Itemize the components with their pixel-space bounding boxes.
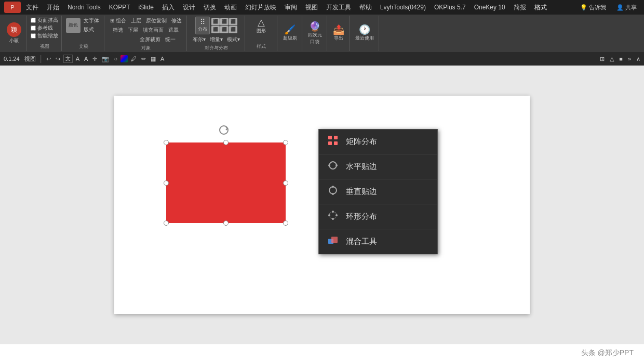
menu-format[interactable]: 格式 xyxy=(531,2,550,13)
text-insert[interactable]: A xyxy=(159,55,166,62)
menu-animate[interactable]: 动画 xyxy=(221,2,240,13)
trim-btn[interactable]: 修边 xyxy=(170,17,183,25)
menu-help[interactable]: 帮助 xyxy=(356,2,375,13)
svg-point-8 xyxy=(332,193,334,195)
svg-point-11 xyxy=(336,214,338,216)
shape-btn[interactable]: △ 图形 xyxy=(254,17,269,35)
handle-mr[interactable] xyxy=(283,180,288,186)
menu-jianbao[interactable]: 简报 xyxy=(511,2,529,13)
super-brush-btn[interactable]: 🖌️ 超级刷 xyxy=(281,24,299,43)
move-tool[interactable]: ✛ xyxy=(91,55,99,63)
4d-content: 🔮 四次元口袋 xyxy=(306,17,324,50)
toolbar-more[interactable]: » xyxy=(626,55,633,63)
handle-bc[interactable] xyxy=(223,221,229,226)
menu-onekey[interactable]: OneKey 10 xyxy=(471,3,508,12)
table-tool[interactable]: ▦ xyxy=(149,55,157,63)
handle-br[interactable] xyxy=(283,221,288,226)
matrix-dist-icon xyxy=(327,135,339,149)
handle-bl[interactable] xyxy=(164,221,169,226)
collapse-btn[interactable]: ∧ xyxy=(635,55,642,63)
handle-tl[interactable] xyxy=(164,140,169,145)
mode-btn[interactable]: 模式▾ xyxy=(225,35,242,44)
menu-file[interactable]: 文件 xyxy=(23,2,42,13)
menu-switch[interactable]: 切换 xyxy=(200,2,219,13)
font-size-tool[interactable]: A xyxy=(74,55,81,62)
export-btn[interactable]: 📤 导出 xyxy=(331,24,346,43)
align-right-icon[interactable]: ⬛ xyxy=(229,18,237,25)
bool-btn[interactable]: 布尔▾ xyxy=(191,35,207,44)
menu-devtools[interactable]: 开发工具 xyxy=(323,2,354,13)
toolbar-color-icons[interactable]: ■ xyxy=(618,55,624,63)
screenshot-tool[interactable]: 📷 xyxy=(100,55,111,63)
export-content: 📤 导出 xyxy=(331,17,346,50)
4d-pocket-btn[interactable]: 🔮 四次元口袋 xyxy=(306,21,324,46)
menu-home[interactable]: 开始 xyxy=(44,2,62,13)
xiaoying-btn[interactable]: 颖 小颖 xyxy=(5,21,23,45)
fill-canvas-btn[interactable]: 填充画面 xyxy=(141,26,165,34)
page-stretch-checkbox[interactable] xyxy=(31,18,36,23)
recent-btn[interactable]: 🕐 最近使用 xyxy=(354,24,375,43)
circular-dist-item[interactable]: 环形分布 xyxy=(319,204,437,229)
style-content: △ 图形 xyxy=(254,17,269,42)
share-btn[interactable]: 👤 共享 xyxy=(613,3,640,12)
svg-rect-3 xyxy=(328,141,332,145)
copy-pos-btn[interactable]: 原位复制 xyxy=(144,17,168,25)
down-layer-btn[interactable]: 下层 xyxy=(126,26,140,34)
redo-icon[interactable]: ↪ xyxy=(54,55,62,63)
group-btn[interactable]: ⊞ 组合 xyxy=(109,17,128,25)
undo-icon[interactable]: ↩ xyxy=(45,55,52,63)
menu-nordri[interactable]: Nordri Tools xyxy=(64,3,104,12)
eraser-tool[interactable]: ✏ xyxy=(140,55,147,63)
red-rectangle[interactable] xyxy=(166,142,286,223)
menu-okplus[interactable]: OKPlus 5.7 xyxy=(431,3,469,12)
align-left-icon[interactable]: ⬛ xyxy=(211,18,220,25)
menu-koppt[interactable]: KOPPT xyxy=(106,3,133,12)
horizontal-edge-item[interactable]: 水平贴边 xyxy=(319,154,437,179)
pocket-icon: 🔮 xyxy=(309,22,320,31)
vertical-edge-item[interactable]: 垂直贴边 xyxy=(319,179,437,204)
increment-btn[interactable]: 增量▾ xyxy=(208,35,224,44)
distribute-icon: ⠿ xyxy=(200,18,205,25)
handle-tc[interactable] xyxy=(223,140,229,145)
menu-slideshow[interactable]: 幻灯片放映 xyxy=(242,2,279,13)
unify-btn[interactable]: 统一 xyxy=(164,35,177,44)
smart-zoom-checkbox[interactable] xyxy=(31,33,36,38)
pen-color-tool[interactable]: 🖊 xyxy=(129,55,138,62)
home-logo[interactable]: P xyxy=(4,2,21,13)
text-style-btn[interactable]: 文字体 xyxy=(82,17,101,25)
align-center-icon[interactable]: ⬛ xyxy=(220,18,229,25)
tell-me-btn[interactable]: 💡 告诉我 xyxy=(577,3,609,12)
color-picker[interactable] xyxy=(120,55,128,62)
align-grid: ⬛ ⬛ ⬛ ⬛ ⬛ ⬛ xyxy=(211,18,237,33)
fullscreen-crop-btn[interactable]: 全屏裁剪 xyxy=(138,35,162,44)
align-top-icon[interactable]: ⬛ xyxy=(211,26,220,33)
menu-islide[interactable]: iSlide xyxy=(136,3,157,12)
filter-btn[interactable]: 筛选 xyxy=(111,26,125,34)
distribute-btn[interactable]: ⠿ 分布 xyxy=(195,17,210,34)
handle-tr[interactable] xyxy=(283,140,288,145)
ref-line-checkbox[interactable] xyxy=(31,25,36,31)
align-middle-icon[interactable]: ⬛ xyxy=(220,26,229,33)
align-bottom-icon[interactable]: ⬛ xyxy=(229,26,237,33)
font-decrease[interactable]: A xyxy=(83,55,89,62)
recent-icon: 🕐 xyxy=(359,25,370,34)
text-tool[interactable]: 文 xyxy=(63,55,73,63)
mask-btn[interactable]: 遮罩 xyxy=(167,26,180,34)
menu-insert[interactable]: 插入 xyxy=(159,2,178,13)
handle-ml[interactable] xyxy=(164,180,169,186)
circle-tool[interactable]: ○ xyxy=(112,55,119,62)
matrix-dist-item[interactable]: 矩阵分布 xyxy=(319,129,437,154)
toolbar-align-icons[interactable]: ⊞ xyxy=(598,55,606,63)
toolbar-shape-icons[interactable]: △ xyxy=(608,55,615,63)
mixed-tool-item[interactable]: 混合工具 xyxy=(319,229,437,254)
menu-lvyh[interactable]: LvyhTools(0429) xyxy=(377,3,429,12)
group-text: 颜色 文字体 版式 文稿 xyxy=(63,16,104,51)
menu-review[interactable]: 审阅 xyxy=(281,2,300,13)
rotate-handle[interactable] xyxy=(218,124,230,138)
menu-design[interactable]: 设计 xyxy=(180,2,198,13)
recent-content: 🕐 最近使用 xyxy=(354,17,375,50)
menu-view[interactable]: 视图 xyxy=(302,2,321,13)
color-btn[interactable]: 颜色 xyxy=(66,18,81,33)
layout-btn[interactable]: 版式 xyxy=(82,25,101,34)
up-layer-btn[interactable]: 上层 xyxy=(129,17,143,25)
